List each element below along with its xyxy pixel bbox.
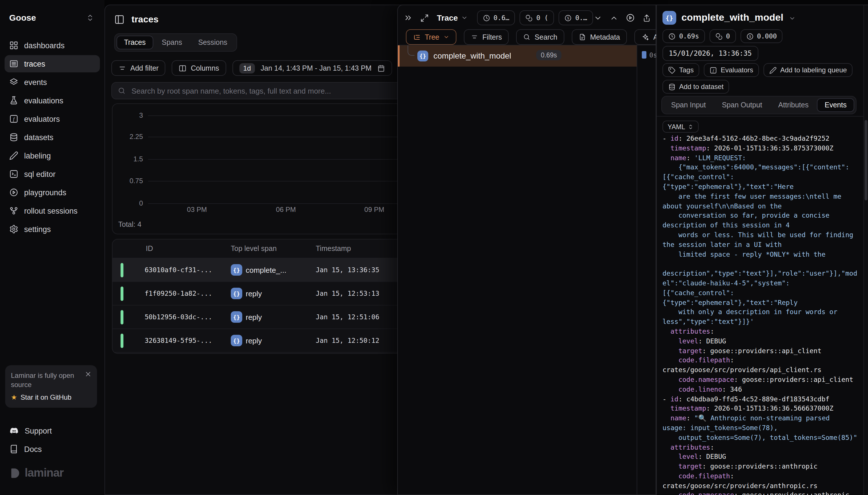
span-type-icon: {} <box>231 288 242 299</box>
sidebar-item-rollout-sessions[interactable]: rollout sessions <box>5 202 100 219</box>
scrollbar-thumb[interactable] <box>865 120 867 200</box>
span-stats: 0.69s 0 $ 0.000 <box>662 29 782 43</box>
workspace-name[interactable]: Goose <box>9 13 36 22</box>
y-axis-tick: 1.5 <box>119 155 143 163</box>
sidebar-item-events[interactable]: events <box>5 73 100 91</box>
tab-span-output[interactable]: Span Output <box>714 98 769 112</box>
y-axis-tick: 0.75 <box>119 177 143 185</box>
sidebar-item-label: events <box>24 78 47 86</box>
tab-attributes[interactable]: Attributes <box>771 98 816 112</box>
search-icon <box>118 87 126 95</box>
trace-id: 50b12956-03dc-... <box>145 313 212 321</box>
add-filter-button[interactable]: Add filter <box>111 60 166 76</box>
star-icon: ★ <box>11 393 17 402</box>
add-to-labeling-queue-button[interactable]: Add to labeling queue <box>764 63 852 77</box>
y-axis-tick: 2.25 <box>119 133 143 141</box>
span-actions: Tags f Evaluators Add to labeling queue <box>662 63 852 77</box>
gridline <box>148 159 410 160</box>
code-line: level: DEBUG <box>662 452 863 462</box>
status-indicator <box>121 263 123 277</box>
sidebar-item-traces[interactable]: traces <box>5 55 100 72</box>
scrollbar[interactable] <box>863 5 868 495</box>
evaluators-icon: f <box>9 114 18 123</box>
code-line: usage: input_tokens=Some(78), <box>662 423 863 433</box>
add-to-dataset-button[interactable]: Add to dataset <box>662 80 729 93</box>
trace-timestamp: Jan 15, 12:50:12 <box>316 337 380 344</box>
coins-icon <box>525 14 533 21</box>
format-selector[interactable]: YAML <box>662 121 699 133</box>
clock-icon <box>483 14 490 21</box>
status-indicator <box>121 310 123 324</box>
tags-button[interactable]: Tags <box>662 63 699 77</box>
sidebar-item-datasets[interactable]: datasets <box>5 129 100 146</box>
sidebar-item-labeling[interactable]: labeling <box>5 147 100 164</box>
support-link[interactable]: Support <box>9 426 52 436</box>
tab-spans[interactable]: Spans <box>154 36 190 49</box>
evaluations-icon <box>9 96 18 105</box>
columns-button[interactable]: Columns <box>172 60 226 76</box>
filters-button[interactable]: Filters <box>464 29 509 45</box>
sidebar-item-evaluators[interactable]: f evaluators <box>5 110 100 127</box>
chevron-down-icon[interactable] <box>594 14 602 22</box>
span-detail-title: complete_with_model <box>681 12 783 23</box>
tab-sessions[interactable]: Sessions <box>191 36 235 49</box>
gridline <box>148 181 410 182</box>
code-line: {"max_tokens":64000,"messages":[{"conten… <box>662 163 863 173</box>
collapse-panel-icon[interactable] <box>403 13 413 22</box>
status-indicator <box>121 334 123 348</box>
table-row[interactable]: 63010af0-cf31-... {} complete_... Jan 15… <box>112 258 410 282</box>
top-level-span: reply <box>246 289 262 298</box>
fullscreen-icon[interactable] <box>420 14 429 22</box>
docs-link[interactable]: Docs <box>9 444 42 454</box>
sidebar-item-evaluations[interactable]: evaluations <box>5 92 100 109</box>
app-window: Goose dashboards traces events evaluatio… <box>0 0 868 495</box>
sidebar-item-sql-editor[interactable]: sql editor <box>5 165 100 183</box>
trace-id: 63010af0-cf31-... <box>145 266 212 274</box>
date-range-button[interactable]: 1d Jan 14, 1:43 PM - Jan 15, 1:43 PM <box>232 60 392 76</box>
metadata-button[interactable]: Metadata <box>572 29 627 45</box>
chevron-down-icon <box>444 34 450 40</box>
span-row-complete-with-model[interactable]: {} complete_with_model 0.69s <box>398 45 637 67</box>
sidebar-item-dashboards[interactable]: dashboards <box>5 37 100 54</box>
chevron-down-icon[interactable] <box>788 15 795 22</box>
gridline <box>148 203 410 204</box>
table-row[interactable]: 32638149-5f95-... {} reply Jan 15, 12:50… <box>112 329 410 353</box>
datasets-icon <box>9 133 18 142</box>
sidebar-item-settings[interactable]: settings <box>5 221 100 238</box>
search-input[interactable] <box>130 86 403 96</box>
code-line: attributes: <box>662 442 863 452</box>
panel-toggle-icon[interactable] <box>114 14 125 25</box>
view-mode-button[interactable]: Tree <box>406 29 457 45</box>
dollar-icon: $ <box>564 14 572 21</box>
date-range-label: Jan 14, 1:43 PM - Jan 15, 1:43 PM <box>261 64 371 72</box>
trace-selector[interactable]: Trace <box>437 13 468 22</box>
share-icon[interactable] <box>642 14 651 22</box>
code-line: code.filepath: <box>662 472 863 481</box>
tab-span-input[interactable]: Span Input <box>664 98 713 112</box>
function-icon: f <box>710 66 717 74</box>
replay-icon[interactable] <box>626 13 635 22</box>
sidebar-item-label: playgrounds <box>24 188 66 197</box>
tab-events[interactable]: Events <box>817 98 854 112</box>
span-search-button[interactable]: Search <box>516 29 564 45</box>
chevron-up-icon[interactable] <box>610 14 618 22</box>
evaluators-button[interactable]: f Evaluators <box>704 63 759 77</box>
table-row[interactable]: f1f09250-1a82-... {} reply Jan 15, 12:53… <box>112 282 410 306</box>
tab-traces[interactable]: Traces <box>117 36 153 49</box>
trace-duration-chip: 0.6… <box>477 10 515 25</box>
search-icon <box>523 33 531 41</box>
sidebar-item-label: traces <box>24 59 45 68</box>
trace-timestamp: Jan 15, 12:53:13 <box>316 289 380 297</box>
close-icon[interactable] <box>84 370 92 378</box>
star-on-github-link[interactable]: ★ Star it on GitHub <box>11 393 91 402</box>
table-row[interactable]: 50b12956-03dc-... {} reply Jan 15, 12:51… <box>112 306 410 329</box>
traces-table: ID Top level span Timestamp 63010af0-cf3… <box>112 239 411 354</box>
rollout-sessions-icon <box>9 206 18 215</box>
sidebar-item-label: evaluators <box>24 115 60 123</box>
code-line: description","type":"text"}],"role":"use… <box>662 269 863 278</box>
workspace-switcher-icon[interactable] <box>86 14 94 22</box>
code-line: - id: c4bdbaa9-ffd5-4c52-889e-df183543cd… <box>662 394 863 404</box>
trace-toolbar: Trace 0.6… 0 ( $ 0.… <box>403 10 651 26</box>
sidebar-item-playgrounds[interactable]: playgrounds <box>5 184 100 201</box>
code-line: code.lineno: 346 <box>662 385 863 394</box>
